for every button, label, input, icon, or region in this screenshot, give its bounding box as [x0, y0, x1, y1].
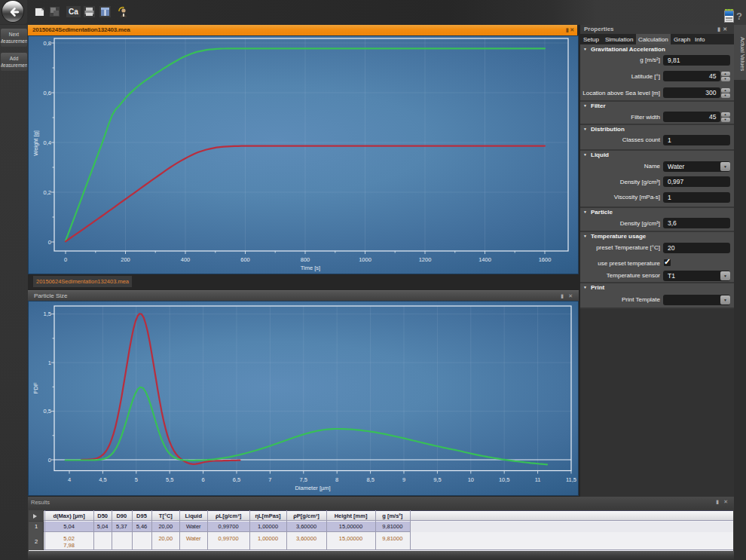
- svg-text:0: 0: [64, 256, 67, 263]
- svg-text:8,5: 8,5: [366, 476, 374, 483]
- svg-text:8: 8: [335, 476, 338, 483]
- svg-text:400: 400: [181, 256, 191, 263]
- svg-text:0,2: 0,2: [44, 189, 51, 196]
- svg-text:7,5: 7,5: [300, 476, 307, 483]
- svg-text:5,5: 5,5: [166, 476, 173, 483]
- svg-text:0: 0: [48, 239, 51, 246]
- svg-text:9,5: 9,5: [433, 476, 441, 483]
- svg-text:11,5: 11,5: [566, 476, 576, 483]
- svg-text:1: 1: [48, 360, 51, 366]
- svg-text:1,5: 1,5: [44, 311, 51, 317]
- svg-text:0,4: 0,4: [44, 139, 51, 146]
- svg-text:Diameter [µm]: Diameter [µm]: [295, 485, 330, 491]
- svg-text:0,5: 0,5: [44, 408, 51, 415]
- svg-text:7: 7: [268, 476, 271, 483]
- svg-text:Time [s]: Time [s]: [301, 265, 320, 271]
- svg-text:4,5: 4,5: [99, 476, 106, 483]
- svg-text:6: 6: [202, 476, 205, 483]
- svg-text:0: 0: [48, 457, 51, 464]
- svg-text:1000: 1000: [359, 256, 371, 263]
- svg-text:10: 10: [468, 476, 474, 483]
- svg-text:200: 200: [121, 256, 130, 263]
- svg-text:0,8: 0,8: [44, 40, 51, 47]
- svg-text:10,5: 10,5: [499, 476, 510, 483]
- svg-text:PDF: PDF: [32, 382, 39, 393]
- svg-text:1200: 1200: [419, 256, 432, 263]
- svg-text:4: 4: [68, 476, 71, 483]
- svg-text:1600: 1600: [539, 256, 552, 263]
- svg-text:5: 5: [135, 476, 138, 483]
- svg-text:1400: 1400: [478, 256, 491, 263]
- svg-text:0,6: 0,6: [44, 90, 51, 96]
- svg-text:Weight [g]: Weight [g]: [32, 130, 39, 156]
- svg-text:800: 800: [301, 256, 310, 263]
- svg-text:9: 9: [402, 476, 405, 483]
- svg-text:6,5: 6,5: [233, 476, 240, 483]
- svg-text:600: 600: [240, 256, 250, 263]
- svg-text:11: 11: [535, 476, 541, 483]
